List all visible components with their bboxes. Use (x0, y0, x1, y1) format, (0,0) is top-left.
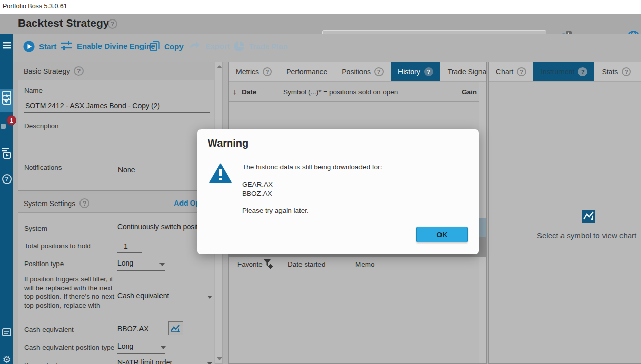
position-type-label: Position type (24, 260, 64, 268)
page-title: Backtest Strategy (18, 17, 109, 29)
tab-positions[interactable]: Positions ? (334, 62, 391, 81)
cash-position-type-value[interactable]: Long (117, 342, 133, 350)
column-symbol[interactable]: Symbol (283, 88, 306, 96)
tab-history[interactable]: History ? (391, 62, 440, 81)
nav-sidebar: ★ 1 ? (0, 34, 13, 364)
tab-positions-help-icon[interactable]: ? (374, 67, 384, 76)
notifications-underline (117, 178, 171, 178)
notifications-label: Notifications (24, 164, 62, 171)
help-icon: ? (2, 174, 12, 184)
tab-trade-signals-label: Trade Signals (448, 68, 486, 76)
tab-performance-label: Performance (286, 68, 327, 76)
sidebar-item-settings[interactable]: ⚙ (0, 354, 13, 364)
tab-stats-help-icon[interactable]: ? (622, 67, 631, 76)
favorites-divider (229, 274, 480, 274)
tab-stats[interactable]: Stats ? (594, 62, 638, 81)
column-gain[interactable]: Gain (462, 88, 477, 96)
sliders-icon (61, 41, 73, 51)
trade-plan-button[interactable]: Trade Plan (233, 41, 288, 52)
copy-button[interactable]: Copy (150, 41, 184, 52)
notifications-value[interactable]: None (118, 166, 135, 174)
tab-metrics[interactable]: Metrics ? (229, 62, 279, 81)
right-tabbar: Chart ? Instrument ? Stats ? (489, 62, 641, 82)
system-settings-help-icon[interactable]: ? (79, 198, 89, 208)
ok-button[interactable]: OK (416, 227, 468, 242)
scroll-up-icon[interactable] (217, 65, 222, 68)
tab-history-help-icon[interactable]: ? (424, 67, 433, 76)
tab-history-label: History (398, 68, 420, 76)
column-memo[interactable]: Memo (355, 260, 375, 268)
tab-chart-help-icon[interactable]: ? (517, 67, 526, 76)
total-positions-label: Total positions to hold (24, 242, 91, 250)
sidebar-item-help[interactable]: ? (0, 174, 13, 184)
column-date-started[interactable]: Date started (288, 260, 326, 268)
warning-triangle-icon (209, 163, 232, 185)
trade-plan-label: Trade Plan (249, 42, 288, 51)
tab-metrics-help-icon[interactable]: ? (263, 67, 272, 76)
name-value[interactable]: SOTM 2412 - ASX James Bond - Copy (2) (25, 102, 160, 110)
description-input[interactable] (24, 131, 106, 151)
cash-equivalent-chart-button[interactable] (168, 321, 183, 335)
sort-arrow-icon[interactable]: ↓ (233, 87, 237, 96)
basic-strategy-header: Basic Strategy ? (18, 62, 214, 80)
column-date[interactable]: Date (242, 88, 256, 96)
minimize-button[interactable]: — (623, 1, 634, 11)
export-label: Export (205, 42, 230, 50)
enable-divine-engine-label: Enable Divine Engine (77, 42, 155, 50)
warning-dialog-title: Warning (208, 137, 248, 149)
cash-position-type-label: Cash equivalent position type (24, 343, 114, 351)
warning-footer: Please try again later. (242, 207, 309, 214)
gear-icon: ⚙ (2, 354, 11, 364)
basic-strategy-title: Basic Strategy (24, 67, 70, 75)
warning-message: The historic data is still being downloa… (242, 163, 382, 171)
system-settings-panel: System Settings ? Add Optio System Conti… (18, 194, 214, 364)
export-icon (189, 41, 201, 51)
cash-position-type-caret-icon[interactable] (161, 346, 166, 349)
app-title: Portfolio Boss 5.3.0.61 (3, 3, 67, 10)
position-type-caret-icon[interactable] (159, 263, 165, 266)
warning-dialog: Warning The historic data is still being… (197, 129, 479, 254)
sidebar-item-playlist[interactable] (0, 148, 13, 159)
tab-chart-label: Chart (496, 68, 513, 76)
start-label: Start (39, 42, 56, 51)
app-window: Portfolio Boss 5.3.0.61 — ← Backtest Str… (0, 0, 641, 364)
filter-icon[interactable] (264, 259, 274, 271)
notification-badge: 1 (7, 115, 16, 125)
tab-performance[interactable]: Performance (279, 62, 334, 81)
header-divider (229, 101, 480, 102)
total-positions-value[interactable]: 1 (124, 242, 128, 250)
sidebar-item-notes[interactable] (0, 328, 13, 336)
tab-instrument-label: Instrument (540, 68, 574, 76)
tab-chart[interactable]: Chart ? (489, 62, 533, 81)
tab-instrument-help-icon[interactable]: ? (578, 67, 587, 76)
sidebar-item-favorites[interactable]: ★ (0, 91, 13, 100)
basic-strategy-help-icon[interactable]: ? (74, 66, 84, 76)
total-positions-underline (117, 252, 142, 253)
toolbar: Start Enable Divine Engine Copy (0, 34, 641, 62)
replace-with-caret-icon[interactable] (207, 296, 212, 299)
description-underline (24, 151, 106, 151)
export-button[interactable]: Export (189, 41, 230, 51)
buy-order-type-label: Buy order type (24, 361, 69, 364)
cash-equivalent-label: Cash equivalent (24, 326, 74, 333)
warning-symbol-2: BBOZ.AX (242, 190, 272, 197)
description-label: Description (24, 122, 59, 130)
buy-order-type-value[interactable]: N-ATR limit order (117, 358, 172, 364)
page-help-icon[interactable]: ? (108, 19, 117, 29)
enable-divine-engine-button[interactable]: Enable Divine Engine (61, 41, 155, 51)
position-type-value[interactable]: Long (117, 259, 133, 267)
system-settings-title: System Settings (24, 199, 75, 208)
warning-symbol-1: GEAR.AX (242, 180, 273, 188)
scroll-down-icon[interactable] (217, 357, 222, 360)
sidebar-item-downloads[interactable]: 1 (0, 119, 13, 128)
hamburger-menu-icon[interactable] (0, 42, 13, 49)
tab-instrument[interactable]: Instrument ? (533, 62, 594, 81)
start-button[interactable]: Start (23, 41, 56, 52)
copy-icon (150, 41, 160, 52)
back-arrow-icon[interactable]: ← (0, 18, 6, 29)
column-favorite[interactable]: Favorite (237, 260, 263, 268)
chart-empty-state-text: Select a symbol to view chart (537, 231, 636, 240)
cash-equivalent-value[interactable]: BBOZ.AX (117, 325, 149, 333)
replace-with-value[interactable]: Cash equivalent (117, 292, 169, 300)
tab-trade-signals[interactable]: Trade Signals (440, 62, 486, 81)
